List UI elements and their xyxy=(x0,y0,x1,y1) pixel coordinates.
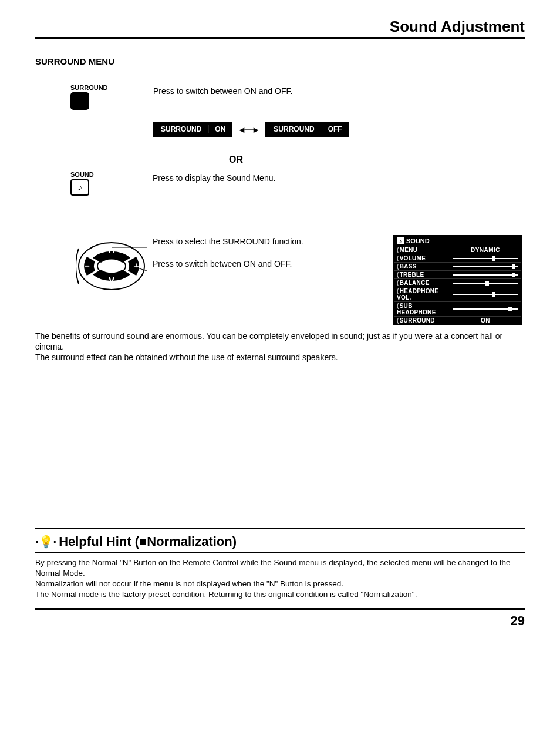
svg-text:Λ: Λ xyxy=(109,245,115,255)
sound-menu-osd: ♪ SOUND MENUDYNAMICVOLUMEBASSTREBLEBALAN… xyxy=(393,235,522,325)
osd-title: SOUND xyxy=(406,237,430,244)
osd-row-label: BASS xyxy=(397,263,453,270)
osd-row: BASS xyxy=(394,263,521,271)
page-title: Sound Adjustment xyxy=(35,18,525,39)
page-number: 29 xyxy=(35,613,525,629)
badge-state-off: OFF xyxy=(322,125,348,133)
divider xyxy=(35,608,525,610)
badge-label: SURROUND xyxy=(266,125,321,133)
body-paragraph-1: The benefits of surround sound are enorm… xyxy=(35,331,525,352)
music-note-icon: ♪ xyxy=(397,237,404,244)
osd-row-label: TREBLE xyxy=(397,271,453,278)
surround-off-badge: SURROUND OFF xyxy=(265,122,349,137)
osd-row-label: MENU xyxy=(397,247,453,253)
connector-line xyxy=(103,102,153,102)
osd-row: TREBLE xyxy=(394,271,521,279)
sound-button-label: SOUND xyxy=(70,171,94,178)
or-label: OR xyxy=(229,155,525,165)
surround-button-label: SURROUND xyxy=(70,84,108,91)
osd-row-label: SURROUND xyxy=(397,317,453,324)
osd-slider xyxy=(453,291,518,297)
osd-row-label: HEADPHONE VOL. xyxy=(397,288,453,301)
osd-row: BALANCE xyxy=(394,279,521,287)
step-surround-text: Press to switch between ON and OFF. xyxy=(153,84,525,96)
sound-button-icon: ♪ xyxy=(70,179,89,196)
hint-p1: By pressing the Normal "N" Button on the… xyxy=(35,558,525,579)
osd-row: MENUDYNAMIC xyxy=(394,246,521,254)
osd-row-label: SUB HEADPHONE xyxy=(397,303,453,315)
osd-slider xyxy=(453,306,518,312)
hint-p3: The Normal mode is the factory preset co… xyxy=(35,589,525,600)
svg-text:−: − xyxy=(84,261,89,271)
body-paragraph-2: The surround effect can be obtained with… xyxy=(35,352,525,362)
osd-row-value: ON xyxy=(453,317,518,324)
step-sound-text: Press to display the Sound Menu. xyxy=(153,171,525,183)
double-arrow-icon: ◂—▸ xyxy=(239,124,258,135)
hint-title: Helpful Hint (■Normalization) xyxy=(59,534,237,549)
osd-slider xyxy=(453,272,518,278)
osd-slider xyxy=(453,280,518,286)
navigation-pad-icon: Λ V − + xyxy=(76,237,147,296)
surround-button-icon xyxy=(70,92,89,110)
surround-on-badge: SURROUND ON xyxy=(153,122,232,137)
osd-slider xyxy=(453,256,518,261)
connector-line xyxy=(103,190,153,190)
osd-row-value: DYNAMIC xyxy=(453,247,518,253)
lightbulb-icon: ·💡· xyxy=(35,535,56,549)
osd-row: SURROUNDON xyxy=(394,317,521,324)
osd-row: HEADPHONE VOL. xyxy=(394,287,521,302)
osd-row-label: BALANCE xyxy=(397,280,453,286)
svg-text:V: V xyxy=(109,276,115,286)
svg-text:+: + xyxy=(133,261,139,271)
osd-row: SUB HEADPHONE xyxy=(394,302,521,317)
badge-state-on: ON xyxy=(208,125,231,133)
badge-label: SURROUND xyxy=(154,125,208,133)
hint-p2: Normalization will not occur if the menu… xyxy=(35,579,525,589)
osd-slider xyxy=(453,264,518,270)
osd-row: VOLUME xyxy=(394,254,521,263)
section-heading: SURROUND MENU xyxy=(35,56,525,66)
osd-row-label: VOLUME xyxy=(397,255,453,261)
